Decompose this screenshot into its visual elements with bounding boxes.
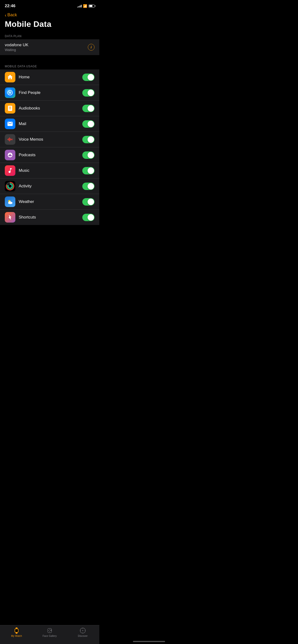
weather-toggle[interactable] [82, 198, 95, 206]
list-item: Audiobooks [0, 100, 99, 116]
back-label: Back [8, 12, 17, 18]
list-item: Music [0, 163, 99, 178]
home-app-icon [5, 72, 15, 82]
voice-memos-app-icon [5, 134, 15, 145]
find-people-app-name: Find People [19, 90, 82, 95]
find-people-toggle[interactable] [82, 89, 95, 96]
audiobooks-app-icon [5, 103, 15, 114]
voice-memos-toggle[interactable] [82, 136, 95, 143]
mail-app-icon [5, 118, 15, 129]
data-plan-info: vodafone UK Waiting [5, 43, 28, 52]
page-title: Mobile Data [0, 18, 99, 32]
list-item: Voice Memos [0, 132, 99, 147]
data-plan-container: vodafone UK Waiting i [0, 39, 99, 55]
wifi-icon: 📶 [83, 4, 87, 8]
status-time: 22:46 [5, 4, 15, 8]
activity-app-icon [5, 181, 15, 192]
svg-point-19 [9, 201, 11, 204]
list-item: Activity [0, 178, 99, 194]
data-plan-provider: vodafone UK [5, 43, 28, 48]
status-icons: 📶 [77, 4, 95, 8]
podcasts-app-name: Podcasts [19, 152, 82, 158]
svg-rect-5 [9, 138, 9, 140]
svg-rect-9 [12, 139, 12, 140]
list-item: Home [0, 70, 99, 85]
home-toggle[interactable] [82, 74, 95, 81]
music-toggle[interactable] [82, 167, 95, 174]
mail-app-name: Mail [19, 122, 82, 126]
data-plan-row[interactable]: vodafone UK Waiting i [0, 39, 99, 55]
svg-point-2 [10, 92, 10, 93]
data-plan-status: Waiting [5, 48, 28, 52]
list-item: Podcasts [0, 147, 99, 163]
list-item: Mail [0, 116, 99, 132]
data-plan-section-header: DATA PLAN [0, 32, 99, 39]
mobile-data-usage-section-header: MOBILE DATA USAGE [0, 63, 99, 70]
signal-bars-icon [77, 4, 82, 8]
shortcuts-app-icon [5, 212, 15, 222]
list-item: Weather [0, 194, 99, 210]
status-bar: 22:46 📶 [0, 0, 99, 10]
music-app-name: Music [19, 168, 82, 173]
shortcuts-app-name: Shortcuts [19, 215, 82, 220]
weather-app-name: Weather [19, 199, 82, 204]
podcasts-app-icon [5, 150, 15, 160]
audiobooks-toggle[interactable] [82, 105, 95, 112]
home-app-name: Home [19, 75, 82, 80]
shortcuts-toggle[interactable] [82, 214, 95, 221]
svg-rect-6 [9, 138, 10, 141]
list-item: Shortcuts [0, 210, 99, 225]
svg-rect-4 [8, 139, 8, 140]
podcasts-toggle[interactable] [82, 152, 95, 159]
voice-memos-app-name: Voice Memos [19, 137, 82, 142]
back-button[interactable]: ‹ Back [0, 10, 99, 18]
svg-rect-7 [10, 138, 11, 140]
weather-app-icon [5, 196, 15, 207]
chevron-left-icon: ‹ [5, 13, 7, 18]
activity-toggle[interactable] [82, 182, 95, 190]
battery-icon [89, 4, 95, 8]
find-people-app-icon [5, 88, 15, 98]
audiobooks-app-name: Audiobooks [19, 106, 82, 111]
app-list: Home Find People [0, 70, 99, 225]
music-app-icon [5, 165, 15, 176]
info-button[interactable]: i [88, 44, 95, 50]
info-icon: i [91, 45, 92, 49]
mail-toggle[interactable] [82, 120, 95, 128]
list-item: Find People [0, 85, 99, 100]
activity-app-name: Activity [19, 184, 82, 188]
svg-rect-8 [11, 139, 12, 140]
